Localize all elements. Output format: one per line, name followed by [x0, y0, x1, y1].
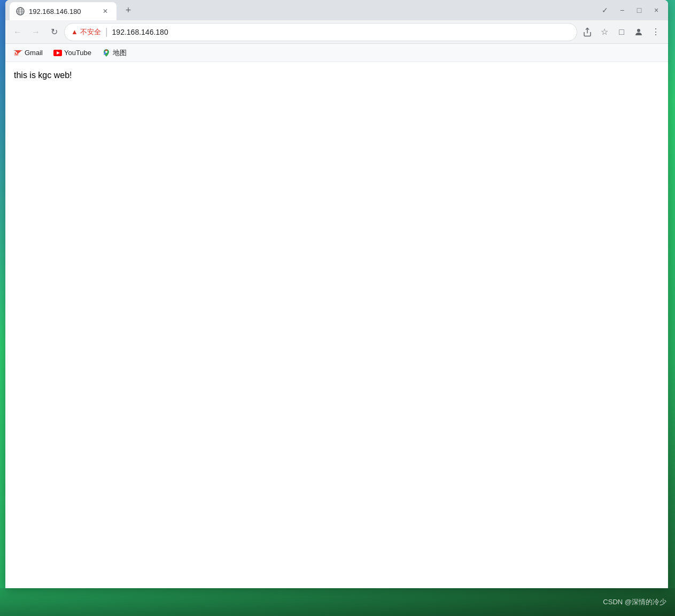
maps-label: 地图 [113, 48, 127, 58]
tab-favicon-icon [16, 7, 25, 16]
svg-point-6 [637, 29, 640, 32]
security-warning[interactable]: ▲ 不安全 [71, 27, 101, 37]
close-button[interactable]: × [649, 3, 664, 18]
tab-title: 192.168.146.180 [29, 7, 96, 16]
bookmark-maps[interactable]: 地图 [98, 46, 131, 60]
page-text: this is kgc web! [14, 71, 660, 80]
extensions-button[interactable]: □ [614, 24, 630, 40]
bookmark-youtube[interactable]: YouTube [49, 47, 96, 59]
address-separator: | [105, 26, 108, 37]
address-text: 192.168.146.180 [112, 28, 570, 36]
navigation-toolbar: ← → ↻ ▲ 不安全 | 192.168.146.180 ☆ □ [5, 20, 668, 44]
youtube-label: YouTube [64, 49, 91, 57]
address-bar[interactable]: ▲ 不安全 | 192.168.146.180 [64, 23, 577, 41]
reload-button[interactable]: ↻ [46, 24, 62, 40]
bookmark-button[interactable]: ☆ [596, 24, 612, 40]
bookmarks-bar: M Gmail YouTube 地图 [5, 44, 668, 62]
gmail-icon: M [14, 49, 22, 57]
warning-triangle-icon: ▲ [71, 28, 78, 36]
share-button[interactable] [579, 24, 595, 40]
active-tab[interactable]: 192.168.146.180 ✕ [10, 2, 117, 20]
toolbar-actions: ☆ □ ⋮ [579, 24, 664, 40]
back-button[interactable]: ← [10, 24, 26, 40]
profile-button[interactable] [631, 24, 647, 40]
security-warning-text: 不安全 [80, 27, 101, 37]
check-icon: ✓ [598, 3, 612, 18]
bookmark-gmail[interactable]: M Gmail [10, 47, 47, 59]
forward-button[interactable]: → [28, 24, 44, 40]
tab-close-button[interactable]: ✕ [100, 6, 110, 16]
page-content: this is kgc web! [5, 62, 668, 588]
window-controls: ✓ − □ × [598, 3, 664, 18]
bottom-bar: CSDN @深情的冷少 [0, 588, 675, 616]
menu-button[interactable]: ⋮ [648, 24, 664, 40]
svg-point-11 [105, 51, 107, 53]
maximize-button[interactable]: □ [632, 3, 647, 18]
title-bar: 192.168.146.180 ✕ + ✓ − □ × [5, 0, 668, 20]
new-tab-button[interactable]: + [121, 3, 136, 18]
csdn-watermark: CSDN @深情的冷少 [603, 597, 666, 607]
svg-text:M: M [14, 51, 19, 57]
maps-icon [102, 49, 111, 57]
minimize-button[interactable]: − [615, 3, 630, 18]
browser-window: 192.168.146.180 ✕ + ✓ − □ × ← → ↻ ▲ 不安全 … [5, 0, 668, 588]
youtube-icon [53, 49, 62, 57]
gmail-label: Gmail [25, 49, 43, 57]
